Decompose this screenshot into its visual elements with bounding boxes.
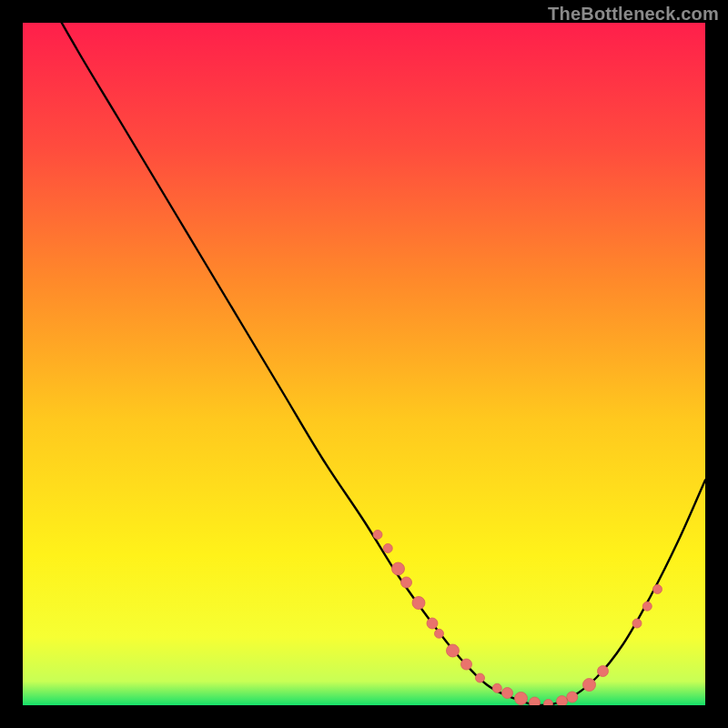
data-marker	[447, 644, 460, 657]
data-marker	[412, 597, 425, 610]
data-marker	[383, 544, 392, 553]
data-marker	[461, 659, 472, 670]
data-marker	[401, 577, 412, 588]
data-marker	[557, 696, 568, 706]
data-marker	[544, 700, 553, 706]
data-marker	[515, 693, 528, 705]
data-marker	[476, 673, 485, 682]
data-marker	[653, 585, 662, 594]
data-marker	[530, 697, 541, 705]
data-marker	[642, 602, 652, 611]
data-marker	[435, 629, 444, 638]
watermark-text: TheBottleneck.com	[548, 4, 719, 25]
plot-area	[23, 23, 705, 705]
data-marker	[583, 679, 596, 692]
data-marker	[502, 688, 513, 699]
data-marker	[392, 562, 405, 575]
data-marker	[373, 531, 382, 540]
data-marker	[567, 692, 578, 703]
data-marker	[598, 666, 609, 677]
bottleneck-curve-chart	[23, 23, 705, 705]
chart-stage: TheBottleneck.com	[0, 0, 728, 728]
gradient-background	[23, 23, 705, 705]
data-marker	[427, 618, 438, 629]
data-marker	[632, 619, 642, 628]
data-marker	[492, 683, 501, 693]
